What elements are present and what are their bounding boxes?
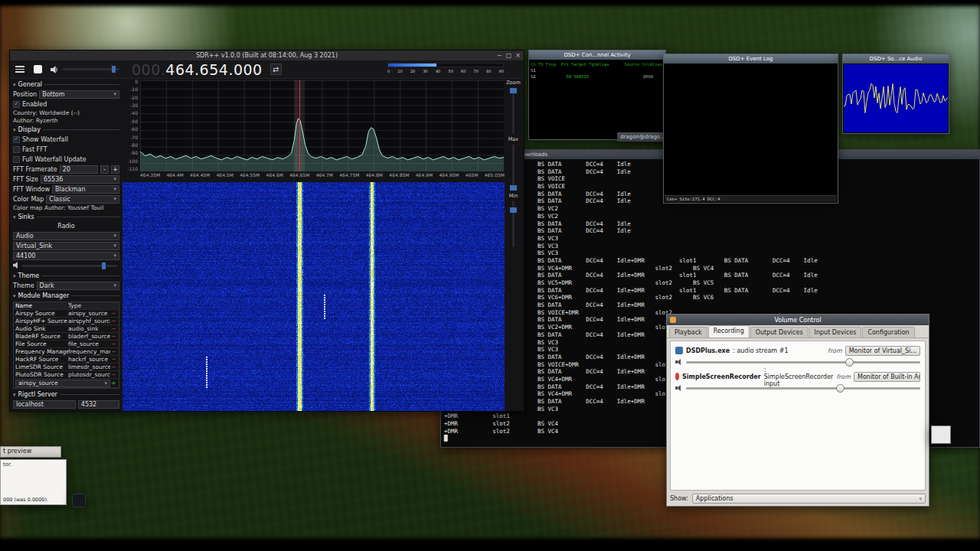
fft-framerate-input[interactable]: 20: [60, 165, 98, 174]
chevron-down-icon: ▾: [113, 282, 116, 289]
stream1-volume-handle[interactable]: [845, 358, 854, 367]
stop-button[interactable]: [34, 65, 42, 73]
fast-fft-checkbox[interactable]: [13, 146, 20, 153]
maximize-button[interactable]: □: [506, 52, 512, 59]
snr-tick: 40: [436, 69, 440, 73]
fft-size-select[interactable]: 65536▾: [41, 175, 119, 184]
position-select[interactable]: Bottom▾: [39, 90, 119, 99]
sink-device-select[interactable]: Virtual_Sink▾: [13, 242, 119, 250]
event-log-line: 07:43:08Group call; TG=504701 RID=504708…: [666, 76, 835, 81]
stream2-volume-slider[interactable]: [686, 387, 920, 390]
dialog-fragment: tor. 000 (was 0.0000).: [0, 459, 67, 505]
chevron-down-icon: ▾: [13, 127, 16, 133]
module-row[interactable]: PlutoSDR Sourceplutosdr_source−: [14, 371, 119, 379]
menu-icon[interactable]: [15, 66, 24, 73]
show-waterfall-checkbox[interactable]: ✓: [13, 136, 20, 143]
event-log-line: 07:45:40Group call; TG=512101 RID=512109…: [666, 98, 835, 103]
section-theme[interactable]: ▾Theme: [11, 271, 121, 281]
section-label: Theme: [18, 272, 40, 279]
sink-volume-handle[interactable]: [102, 262, 106, 269]
volume-control-titlebar[interactable]: Volume Control: [667, 315, 929, 325]
sample-rate-select[interactable]: 44100▾: [13, 252, 119, 260]
preview-window-fragment[interactable]: t preview: [0, 446, 61, 458]
rigctl-host-input[interactable]: localhost: [13, 400, 76, 409]
remove-module-button[interactable]: −: [110, 310, 117, 317]
dsd-source-audio-window: DSD+ So...ce Audio: [842, 54, 949, 134]
framerate-increment-button[interactable]: +: [111, 165, 119, 174]
speaker-icon[interactable]: [51, 66, 58, 73]
remove-module-button[interactable]: −: [110, 371, 117, 378]
minimize-button[interactable]: −: [497, 52, 502, 59]
desktop-icon[interactable]: [72, 494, 86, 507]
section-module-manager[interactable]: ▾Module Manager: [11, 291, 121, 301]
max-slider-handle[interactable]: [510, 185, 517, 191]
max-slider[interactable]: [512, 145, 514, 191]
sdrpp-window: SDR++ v1.0.0 (Built at 08:14:00, Aug 3 2…: [9, 50, 524, 412]
sink-volume-slider[interactable]: [22, 265, 117, 267]
zoom-slider-handle[interactable]: [510, 88, 517, 93]
stream1-source-button[interactable]: Monitor of Virtual_Si...: [845, 346, 920, 356]
tab[interactable]: Output Devices: [750, 327, 808, 337]
module-row[interactable]: BladeRF Sourcebladerf_source−: [14, 333, 119, 341]
full-waterfall-update-checkbox[interactable]: [13, 156, 20, 163]
module-row[interactable]: Airspy Sourceairspy_source−: [14, 310, 119, 318]
volume-slider-handle[interactable]: [112, 66, 116, 73]
module-row[interactable]: LimeSDR Sourcelimesdr_source−: [14, 364, 119, 371]
spectrum-display[interactable]: 0-10-20-30-40-50-60-70-80-90-100-110: [122, 79, 505, 171]
module-row[interactable]: File Sourcefile_source−: [14, 341, 119, 348]
tab[interactable]: Recording: [708, 325, 750, 337]
tuning-mode-button[interactable]: ⇄: [270, 64, 282, 75]
dsd-event-log-titlebar[interactable]: DSD+ Event Log: [664, 54, 838, 64]
fft-window-select[interactable]: Blackman▾: [52, 185, 119, 194]
min-slider[interactable]: [512, 201, 514, 247]
framerate-decrement-button[interactable]: -: [100, 165, 109, 174]
stream2-source-button[interactable]: Monitor of Built-in Audio Analog Stere: [854, 372, 920, 382]
chevron-down-icon: ▾: [13, 214, 16, 220]
window-title: Volume Control: [774, 317, 821, 324]
stream1-volume-slider[interactable]: [686, 361, 920, 364]
spectrum-plot[interactable]: [140, 80, 504, 171]
stream2-volume-handle[interactable]: [836, 384, 844, 393]
tab[interactable]: Input Devices: [809, 327, 862, 337]
vfo-cursor[interactable]: [299, 80, 300, 171]
zoom-slider[interactable]: [512, 88, 514, 134]
rigctl-port-input[interactable]: 4532: [78, 400, 119, 409]
remove-module-button[interactable]: −: [110, 364, 117, 370]
remove-module-button[interactable]: −: [110, 348, 117, 355]
snr-tick: 90: [499, 69, 504, 73]
tab[interactable]: Configuration: [862, 327, 914, 337]
section-rigctl-server[interactable]: ▾Rigctl Server: [11, 390, 121, 399]
chevron-down-icon: ▾: [113, 253, 116, 259]
add-module-button[interactable]: +: [110, 380, 117, 386]
sink-type-select[interactable]: Audio▾: [13, 232, 119, 240]
dsd-channel-activity-titlebar[interactable]: DSD+ Con...nnel Activity: [529, 51, 665, 60]
enabled-checkbox[interactable]: ✓: [13, 101, 20, 108]
module-row[interactable]: HackRF Sourcehackrf_source−: [14, 356, 119, 364]
dsd-source-audio-titlebar[interactable]: DSD+ So...ce Audio: [843, 54, 949, 64]
event-log-list[interactable]: 07:43:0515 radio records saved; 0 aliase…: [664, 64, 838, 197]
chevron-down-icon: ▾: [113, 186, 116, 192]
module-row[interactable]: Frequency Managerfrequency_manager−: [14, 348, 119, 356]
close-button[interactable]: ×: [515, 52, 521, 59]
waterfall-canvas[interactable]: [122, 182, 505, 411]
remove-module-button[interactable]: −: [110, 356, 117, 363]
frequency-display[interactable]: 000.464.654.000: [132, 61, 263, 78]
remove-module-button[interactable]: −: [110, 333, 117, 340]
section-display[interactable]: ▾Display: [11, 125, 121, 135]
module-row[interactable]: Audio Sinkaudio_sink−: [14, 325, 119, 333]
theme-select[interactable]: Dark▾: [37, 282, 119, 290]
remove-module-button[interactable]: −: [110, 318, 117, 324]
section-sinks[interactable]: ▾Sinks: [11, 212, 121, 222]
colormap-select[interactable]: Classic▾: [46, 195, 119, 204]
waterfall-display[interactable]: [122, 182, 505, 411]
remove-module-button[interactable]: −: [110, 325, 117, 332]
min-slider-handle[interactable]: [510, 207, 517, 213]
show-filter-select[interactable]: Applications▾: [692, 494, 926, 504]
sdrpp-titlebar[interactable]: SDR++ v1.0.0 (Built at 08:14:00, Aug 3 2…: [10, 51, 524, 60]
new-module-type-select[interactable]: airspy_source▾: [15, 380, 110, 387]
volume-slider[interactable]: [63, 68, 119, 70]
remove-module-button[interactable]: −: [110, 341, 117, 347]
module-row[interactable]: AirspyHF+ Sourceairspyhf_source−: [14, 318, 119, 325]
tab[interactable]: Playback: [669, 327, 707, 337]
section-general[interactable]: ▾General: [11, 80, 121, 90]
